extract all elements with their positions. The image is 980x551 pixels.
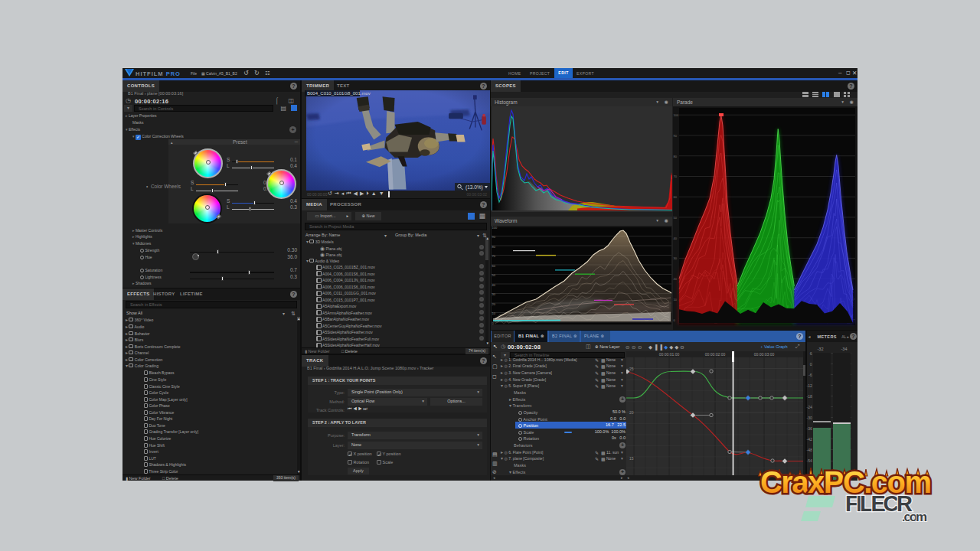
svg-text:20: 20: [492, 302, 496, 306]
svg-text:60: 60: [674, 195, 678, 199]
svg-text:15: 15: [629, 456, 634, 461]
svg-text:00:00:01:00: 00:00:01:00: [659, 352, 680, 357]
svg-text:70: 70: [492, 254, 496, 258]
svg-text:80: 80: [492, 245, 496, 249]
svg-text:40: 40: [492, 283, 496, 287]
svg-text:40: 40: [674, 236, 678, 240]
svg-text:80: 80: [674, 155, 678, 158]
svg-text:10: 10: [674, 298, 678, 302]
svg-text:25: 25: [629, 367, 634, 371]
svg-text:20: 20: [674, 277, 678, 281]
svg-text:90: 90: [492, 235, 496, 239]
svg-text:90: 90: [674, 134, 678, 138]
svg-text:.com: .com: [902, 510, 927, 524]
svg-text:30: 30: [674, 256, 678, 260]
svg-text:100: 100: [492, 226, 498, 230]
svg-text:30: 30: [492, 292, 496, 296]
svg-text:70: 70: [674, 174, 678, 178]
svg-text:50: 50: [674, 216, 678, 220]
svg-text:60: 60: [492, 264, 496, 268]
svg-text:(13.0%): (13.0%): [466, 184, 483, 190]
svg-text:50: 50: [492, 273, 496, 277]
svg-text:00:00:03:00: 00:00:03:00: [754, 352, 775, 357]
svg-text:10: 10: [492, 311, 496, 315]
svg-text:100: 100: [674, 113, 679, 117]
svg-text:00:00:02:00: 00:00:02:00: [705, 352, 726, 357]
svg-text:20: 20: [629, 410, 634, 415]
